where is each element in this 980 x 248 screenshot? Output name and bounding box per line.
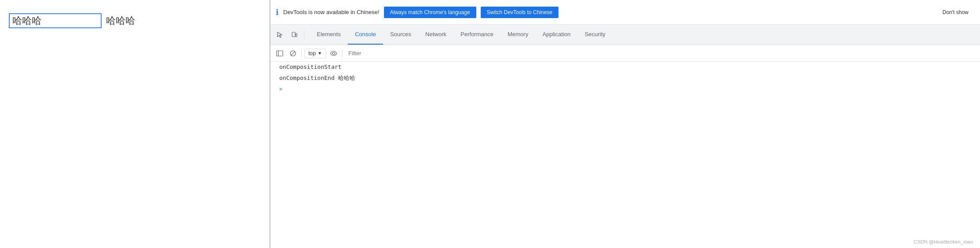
tab-performance[interactable]: Performance [453, 25, 500, 45]
console-line-2: onCompositionEnd 哈哈哈 [270, 72, 980, 84]
prompt-chevron-icon: > [279, 86, 282, 92]
tab-sources[interactable]: Sources [383, 25, 418, 45]
tab-memory[interactable]: Memory [501, 25, 536, 45]
info-icon: ℹ [276, 8, 279, 17]
svg-point-6 [332, 52, 334, 54]
notification-message: DevTools is now available in Chinese! [283, 9, 380, 15]
console-line-1: onCompositionStart [270, 62, 980, 72]
context-selector-label: top [308, 50, 316, 56]
console-toolbar: top ▼ [270, 45, 980, 62]
toolbar-divider-2 [342, 49, 342, 57]
notification-bar: ℹ DevTools is now available in Chinese! … [270, 0, 980, 25]
svg-line-5 [291, 51, 295, 55]
switch-devtools-button[interactable]: Switch DevTools to Chinese [481, 7, 559, 18]
always-match-button[interactable]: Always match Chrome's language [384, 7, 476, 18]
tab-console[interactable]: Console [348, 25, 383, 45]
eye-icon[interactable] [328, 48, 339, 59]
svg-rect-0 [292, 32, 295, 37]
text-input[interactable] [9, 13, 102, 28]
clear-console-icon[interactable] [287, 48, 299, 59]
tab-elements[interactable]: Elements [310, 25, 348, 45]
devtools-panel: ℹ DevTools is now available in Chinese! … [270, 0, 980, 248]
console-content: onCompositionStart onCompositionEnd 哈哈哈 … [270, 62, 980, 248]
webpage-area: 哈哈哈 [0, 0, 270, 248]
sidebar-toggle-icon[interactable] [274, 48, 285, 59]
device-toolbar-icon[interactable] [288, 29, 300, 41]
tabs-bar: Elements Console Sources Network Perform… [270, 25, 980, 45]
inspect-element-icon[interactable] [274, 29, 286, 41]
input-container: 哈哈哈 [9, 13, 135, 28]
tab-divider [304, 30, 304, 39]
console-prompt[interactable]: > [270, 84, 980, 94]
chevron-down-icon: ▼ [318, 51, 322, 56]
watermark: CSDN @Heartbroken_roan [914, 239, 973, 244]
input-label: 哈哈哈 [106, 14, 135, 27]
context-selector[interactable]: top ▼ [304, 49, 326, 58]
filter-input[interactable] [345, 49, 976, 58]
dont-show-button[interactable]: Don't show [936, 7, 975, 18]
svg-rect-2 [277, 51, 283, 56]
tabs-left-icons [270, 25, 310, 45]
tab-security[interactable]: Security [577, 25, 612, 45]
tab-application[interactable]: Application [536, 25, 578, 45]
toolbar-divider-1 [301, 49, 302, 57]
tab-network[interactable]: Network [418, 25, 454, 45]
svg-rect-1 [296, 34, 297, 37]
